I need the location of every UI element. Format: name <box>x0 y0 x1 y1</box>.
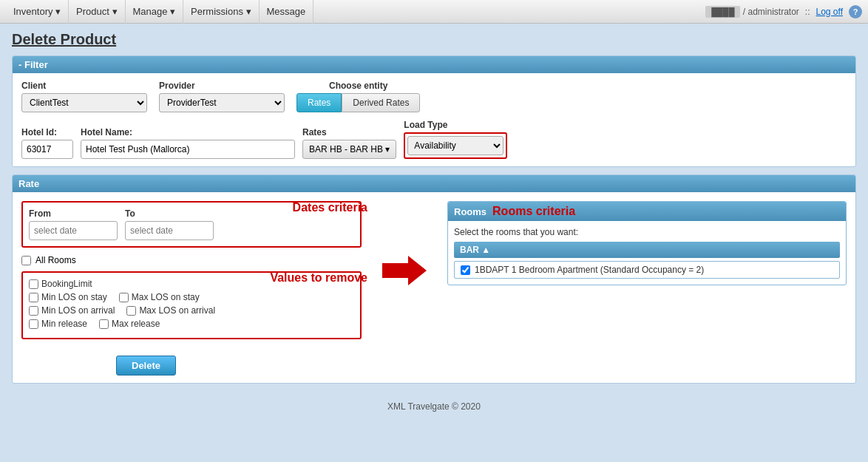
rate-right: Rooms Rooms criteria Select the rooms th… <box>447 201 847 339</box>
min-release-label: Min release <box>41 319 87 329</box>
max-los-stay-label: Max LOS on stay <box>132 292 200 302</box>
room-category[interactable]: BAR ▲ <box>454 242 840 258</box>
dates-section: Dates criteria From To <box>21 201 362 248</box>
hotel-id-label: Hotel Id: <box>21 127 73 137</box>
max-los-arrival-item: Max LOS on arrival <box>126 305 215 316</box>
rates-button[interactable]: Rates <box>296 93 342 112</box>
nav-manage[interactable]: Manage ▾ <box>126 0 184 24</box>
nav-message[interactable]: Message <box>260 0 314 24</box>
max-los-stay-checkbox[interactable] <box>119 293 129 302</box>
user-info: ████ / administrator :: Log off ? <box>705 5 862 18</box>
separator: :: <box>805 7 810 17</box>
entity-buttons: Rates Derived Rates <box>296 93 420 112</box>
rate-panel: Rate Dates criteria From To <box>12 174 856 384</box>
rooms-panel: Rooms Rooms criteria Select the rooms th… <box>447 201 847 285</box>
booking-limit-item: BookingLimit <box>29 279 92 289</box>
rates-dropdown[interactable]: BAR HB - BAR HB ▾ <box>302 140 396 159</box>
min-los-arrival-checkbox[interactable] <box>29 306 38 316</box>
footer-text: XML Travelgate © 2020 <box>387 401 481 412</box>
hotel-id-input[interactable] <box>21 140 73 159</box>
to-date-input[interactable] <box>125 221 214 240</box>
client-field: Client ClientTest <box>21 81 147 112</box>
hotel-id-field: Hotel Id: <box>21 127 73 159</box>
nav-inventory[interactable]: Inventory ▾ <box>6 0 69 24</box>
filter-row-1: Client ClientTest Provider ProviderTest … <box>21 81 847 112</box>
provider-field: Provider ProviderTest <box>159 81 285 112</box>
delete-button[interactable]: Delete <box>116 356 176 376</box>
min-release-item: Min release <box>29 319 87 329</box>
booking-limit-checkbox[interactable] <box>29 279 38 289</box>
logoff-link[interactable]: Log off <box>816 7 843 17</box>
load-type-select[interactable]: Availability Rates Both <box>407 136 503 155</box>
room-item: 1BDAPT 1 Bedroom Apartment (Standard Occ… <box>454 261 840 279</box>
all-rooms-label: All Rooms <box>35 255 76 265</box>
all-rooms-row: All Rooms <box>21 255 362 265</box>
load-type-field: Load Type Availability Rates Both <box>404 120 507 159</box>
rate-body: Dates criteria From To <box>13 192 855 348</box>
delete-row: Delete <box>13 348 855 383</box>
max-los-stay-item: Max LOS on stay <box>119 292 200 302</box>
nav-product[interactable]: Product ▾ <box>69 0 125 24</box>
from-date-input[interactable] <box>29 221 118 240</box>
max-los-arrival-label: Max LOS on arrival <box>139 305 215 316</box>
room-item-label: 1BDAPT 1 Bedroom Apartment (Standard Occ… <box>475 265 704 275</box>
to-field: To <box>125 208 214 240</box>
username: ████ / administrator <box>705 7 799 17</box>
rate-left: Dates criteria From To <box>21 201 362 339</box>
top-navigation: Inventory ▾ Product ▾ Manage ▾ Permissio… <box>0 0 868 24</box>
checkbox-row-2: Min LOS on stay Max LOS on stay <box>29 292 354 302</box>
filter-header: - Filter <box>13 56 855 73</box>
rooms-header-label: Rooms <box>454 206 486 217</box>
min-los-stay-label: Min LOS on stay <box>41 292 107 302</box>
max-los-arrival-checkbox[interactable] <box>126 306 136 316</box>
svg-marker-0 <box>382 256 427 285</box>
main-content: Delete Product - Filter Client ClientTes… <box>0 24 868 429</box>
room-item-checkbox[interactable] <box>461 265 470 275</box>
footer: XML Travelgate © 2020 <box>12 391 856 422</box>
filter-panel: - Filter Client ClientTest Provider Prov… <box>12 55 856 167</box>
min-los-arrival-label: Min LOS on arrival <box>41 305 115 316</box>
min-release-checkbox[interactable] <box>29 319 38 329</box>
arrow-container <box>376 201 433 339</box>
load-type-label: Load Type <box>404 120 507 130</box>
derived-rates-button[interactable]: Derived Rates <box>342 93 420 112</box>
nav-permissions[interactable]: Permissions ▾ <box>183 0 259 24</box>
from-field: From <box>29 208 118 240</box>
help-button[interactable]: ? <box>849 5 862 18</box>
max-release-label: Max release <box>112 319 160 329</box>
rooms-header: Rooms Rooms criteria <box>448 202 846 221</box>
checkbox-row-3: Min LOS on arrival Max LOS on arrival <box>29 305 354 316</box>
rooms-criteria-label: Rooms criteria <box>492 205 575 218</box>
values-to-remove-label: Values to remove <box>270 271 367 285</box>
from-label: From <box>29 208 118 219</box>
max-release-item: Max release <box>99 319 160 329</box>
min-los-arrival-item: Min LOS on arrival <box>29 305 115 316</box>
rates-field: Rates BAR HB - BAR HB ▾ <box>302 127 396 159</box>
booking-limit-label: BookingLimit <box>41 279 92 289</box>
provider-label: Provider <box>159 81 285 91</box>
max-release-checkbox[interactable] <box>99 319 109 329</box>
choose-entity-label: Choose entity <box>296 81 420 91</box>
rate-header: Rate <box>13 175 855 192</box>
load-type-box: Availability Rates Both <box>404 132 507 159</box>
to-label: To <box>125 208 214 219</box>
rooms-body: Select the rooms that you want: BAR ▲ 1B… <box>448 221 846 285</box>
filter-row-2: Hotel Id: Hotel Name: Rates BAR HB - BAR… <box>21 120 847 159</box>
dates-criteria-label: Dates criteria <box>293 201 367 214</box>
right-arrow-icon <box>382 256 427 285</box>
min-los-stay-checkbox[interactable] <box>29 293 38 302</box>
choose-entity-group: Choose entity Rates Derived Rates <box>296 81 420 112</box>
client-label: Client <box>21 81 147 91</box>
all-rooms-checkbox[interactable] <box>21 256 31 265</box>
rooms-instruction: Select the rooms that you want: <box>454 227 840 237</box>
hotel-name-field: Hotel Name: <box>81 127 295 159</box>
min-los-stay-item: Min LOS on stay <box>29 292 107 302</box>
filter-body: Client ClientTest Provider ProviderTest … <box>13 73 855 166</box>
values-section: Values to remove BookingLimit Min LOS on… <box>21 271 362 339</box>
client-select[interactable]: ClientTest <box>21 93 147 112</box>
rates-label: Rates <box>302 127 396 137</box>
hotel-name-label: Hotel Name: <box>81 127 295 137</box>
checkbox-row-4: Min release Max release <box>29 319 354 329</box>
hotel-name-input[interactable] <box>81 140 295 159</box>
provider-select[interactable]: ProviderTest <box>159 93 285 112</box>
